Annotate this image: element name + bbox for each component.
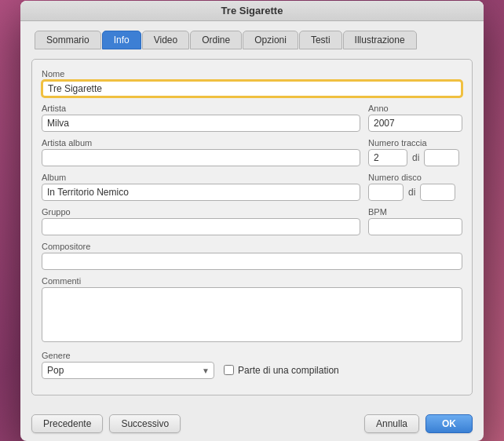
numero-traccia-label: Numero traccia [368,138,462,148]
track-number-row: di [368,149,462,166]
genere-select[interactable]: Pop Rock Jazz Classical [42,362,214,379]
precedente-button[interactable]: Precedente [31,414,103,433]
anno-input[interactable] [368,115,462,132]
compilation-checkbox[interactable] [224,365,234,375]
numero-disco-col: Numero disco di [368,173,462,201]
artista-album-traccia-row: Artista album Numero traccia di [42,138,462,166]
form-area: Nome Artista Anno Artista album [31,59,473,395]
commenti-label: Commenti [42,276,462,286]
numero-traccia-col: Numero traccia di [368,138,462,166]
tab-info[interactable]: Info [102,31,141,49]
successivo-button[interactable]: Successivo [109,414,181,433]
artista-input[interactable] [42,115,360,132]
di-disco-label: di [408,187,415,201]
gruppo-col: Gruppo [42,207,360,235]
ok-button[interactable]: OK [425,414,473,433]
genere-compilation-row: Genere Pop Rock Jazz Classical ▼ Parte d… [42,351,462,379]
album-input[interactable] [42,184,360,201]
compilation-checkbox-row: Parte di una compilation [224,365,339,376]
genere-col: Genere Pop Rock Jazz Classical ▼ [42,351,214,379]
album-disco-row: Album Numero disco di [42,173,462,201]
tab-opzioni[interactable]: Opzioni [243,31,298,49]
tab-video[interactable]: Video [142,31,189,49]
artista-album-input[interactable] [42,149,360,166]
title-bar: Tre Sigarette [20,1,484,21]
nome-label: Nome [42,69,462,78]
bpm-label: BPM [368,207,462,217]
anno-label: Anno [368,104,462,113]
artista-album-label: Artista album [42,138,360,148]
artista-anno-row: Artista Anno [42,104,462,132]
bpm-col: BPM [368,207,462,235]
tab-testi[interactable]: Testi [299,31,342,49]
window: Tre Sigarette Sommario Info Video Ordine… [20,1,484,441]
bpm-input[interactable] [368,218,462,235]
artista-label: Artista [42,104,360,113]
album-col: Album [42,173,360,201]
genere-label: Genere [42,351,214,360]
compilation-label: Parte di una compilation [238,365,339,376]
tab-bar: Sommario Info Video Ordine Opzioni Testi… [31,31,473,49]
genre-select-wrapper: Pop Rock Jazz Classical ▼ [42,362,214,379]
artista-album-col: Artista album [42,138,360,166]
numero-disco-input[interactable] [368,184,404,201]
annulla-button[interactable]: Annulla [364,414,419,433]
tab-illustrazione[interactable]: Illustrazione [343,31,417,49]
commenti-input[interactable] [42,287,462,342]
footer-left-buttons: Precedente Successivo [31,414,181,433]
footer-right-buttons: Annulla OK [364,414,473,433]
numero-traccia-input[interactable] [368,149,407,166]
tab-ordine[interactable]: Ordine [190,31,242,49]
commenti-row: Commenti [42,276,462,344]
di-traccia-input[interactable] [424,149,459,166]
di-traccia-label: di [412,152,419,166]
compositore-input[interactable] [42,253,462,270]
compositore-row: Compositore [42,242,462,270]
tab-sommario[interactable]: Sommario [35,31,101,49]
gruppo-bpm-row: Gruppo BPM [42,207,462,235]
window-content: Sommario Info Video Ordine Opzioni Testi… [20,21,484,406]
gruppo-label: Gruppo [42,207,360,217]
artista-col: Artista [42,104,360,132]
window-title: Tre Sigarette [221,5,283,16]
compositore-label: Compositore [42,242,462,251]
di-disco-input[interactable] [420,184,455,201]
album-label: Album [42,173,360,182]
nome-row: Nome [42,69,462,97]
anno-col: Anno [368,104,462,132]
nome-input[interactable] [42,80,462,97]
gruppo-input[interactable] [42,218,360,235]
numero-disco-label: Numero disco [368,173,462,182]
disk-number-row: di [368,184,462,201]
footer: Precedente Successivo Annulla OK [20,406,484,441]
